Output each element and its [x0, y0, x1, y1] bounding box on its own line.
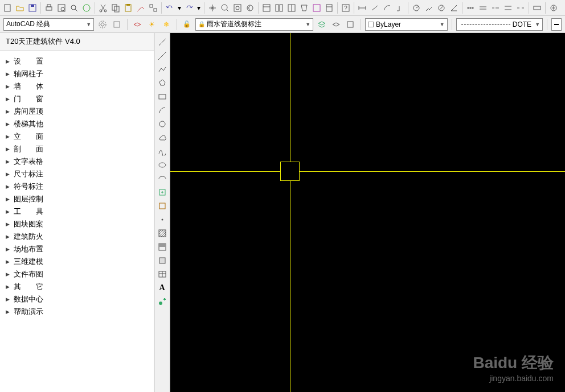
tree-item-3[interactable]: ▶门 窗	[2, 93, 152, 105]
line-icon[interactable]	[156, 36, 169, 48]
match-icon[interactable]	[135, 2, 146, 14]
tree-item-2[interactable]: ▶墙 体	[2, 80, 152, 93]
workspace-dropdown[interactable]: AutoCAD 经典 ▼	[3, 18, 94, 31]
tool-palette-icon[interactable]	[286, 2, 297, 14]
pan-icon[interactable]	[207, 2, 218, 14]
polyline-icon[interactable]	[156, 63, 169, 76]
find-icon[interactable]	[68, 2, 80, 14]
layer-name-dropdown[interactable]: ByLayer ▼	[365, 18, 448, 31]
gear-icon[interactable]	[97, 19, 108, 30]
batch-icon[interactable]	[148, 2, 159, 14]
redo-icon[interactable]	[183, 2, 195, 14]
calc-icon[interactable]	[324, 2, 335, 14]
ellipse-arc-icon[interactable]	[156, 172, 169, 185]
hatch-icon[interactable]	[156, 227, 169, 240]
sheet-set-icon[interactable]	[298, 2, 310, 14]
zoom-window-icon[interactable]	[232, 2, 243, 14]
svg-line-63	[158, 52, 166, 60]
polygon-icon[interactable]	[156, 77, 169, 89]
tree-item-12[interactable]: ▶工 具	[2, 205, 152, 218]
revcloud-icon[interactable]	[156, 131, 169, 144]
tree-item-0[interactable]: ▶设 置	[2, 55, 152, 68]
region-icon[interactable]	[156, 254, 169, 267]
mtext-icon[interactable]: A	[156, 282, 169, 294]
drawing-canvas[interactable]: Baidu 经验 jingyan.baidu.com	[170, 33, 565, 392]
freeze-icon[interactable]: ❄	[161, 19, 171, 30]
save-icon[interactable]	[27, 2, 38, 14]
paste-icon[interactable]	[122, 2, 134, 14]
new-icon[interactable]	[2, 2, 13, 14]
markup-icon[interactable]	[311, 2, 322, 14]
tree-item-4[interactable]: ▶房间屋顶	[2, 105, 152, 118]
redo-dd-icon[interactable]: ▾	[196, 2, 202, 14]
dim-quick-icon[interactable]	[465, 2, 476, 14]
zoom-icon[interactable]	[219, 2, 231, 14]
cut-icon[interactable]	[97, 2, 109, 14]
add-selected-icon[interactable]	[156, 295, 169, 308]
workspace-save-icon[interactable]	[111, 19, 122, 30]
open-icon[interactable]	[14, 2, 26, 14]
dim-diameter-icon[interactable]	[436, 2, 447, 14]
dim-space-icon[interactable]	[502, 2, 514, 14]
dim-arc-icon[interactable]	[382, 2, 393, 14]
make-block-icon[interactable]	[156, 200, 169, 212]
tree-item-20[interactable]: ▶帮助演示	[2, 306, 152, 318]
circle-icon[interactable]	[156, 118, 169, 130]
svg-text:?: ?	[344, 5, 347, 11]
dim-radius-icon[interactable]	[411, 2, 422, 14]
tree-item-9[interactable]: ▶尺寸标注	[2, 168, 152, 180]
lock-icon[interactable]: 🔓	[182, 19, 193, 30]
tree-item-6[interactable]: ▶立 面	[2, 130, 152, 143]
dim-continue-icon[interactable]	[490, 2, 501, 14]
tree-item-13[interactable]: ▶图块图案	[2, 218, 152, 230]
undo-dd-icon[interactable]: ▾	[177, 2, 182, 14]
tree-item-18[interactable]: ▶其 它	[2, 280, 152, 293]
dim-linear-icon[interactable]	[357, 2, 368, 14]
tree-item-14[interactable]: ▶建筑防火	[2, 230, 152, 243]
layer-iso-icon[interactable]	[330, 19, 341, 30]
dim-baseline-icon[interactable]	[477, 2, 489, 14]
tolerance-icon[interactable]	[531, 2, 543, 14]
design-center-icon[interactable]	[273, 2, 285, 14]
table-icon[interactable]	[156, 268, 169, 280]
dim-jog-icon[interactable]	[423, 2, 435, 14]
gradient-icon[interactable]	[156, 241, 169, 253]
undo-icon[interactable]	[164, 2, 175, 14]
tree-item-7[interactable]: ▶剖 面	[2, 143, 152, 155]
tree-item-1[interactable]: ▶轴网柱子	[2, 68, 152, 80]
arc-icon[interactable]	[156, 104, 169, 117]
layer-props-icon[interactable]	[132, 19, 143, 30]
linetype-dropdown[interactable]: DOTE ▼	[456, 18, 543, 31]
help-icon[interactable]: ?	[340, 2, 351, 14]
dim-ord-icon[interactable]	[394, 2, 406, 14]
tree-item-10[interactable]: ▶符号标注	[2, 180, 152, 193]
tree-item-11[interactable]: ▶图层控制	[2, 193, 152, 205]
tree-item-19[interactable]: ▶数据中心	[2, 293, 152, 306]
ellipse-icon[interactable]	[156, 159, 169, 171]
dim-break-icon[interactable]	[515, 2, 526, 14]
tree-item-5[interactable]: ▶楼梯其他	[2, 118, 152, 130]
tree-item-17[interactable]: ▶文件布图	[2, 268, 152, 280]
dim-angular-icon[interactable]	[448, 2, 460, 14]
print-icon[interactable]	[43, 2, 55, 14]
tree-item-15[interactable]: ▶场地布置	[2, 243, 152, 255]
layer-prev-icon[interactable]	[345, 19, 356, 30]
print-preview-icon[interactable]	[56, 2, 67, 14]
publish-icon[interactable]	[81, 2, 92, 14]
center-mark-icon[interactable]	[548, 2, 559, 14]
spline-icon[interactable]	[156, 145, 169, 158]
tree-item-8[interactable]: ▶文字表格	[2, 155, 152, 168]
lineweight-dropdown[interactable]	[551, 18, 562, 31]
insert-block-icon[interactable]	[156, 186, 169, 199]
copy-icon[interactable]	[110, 2, 121, 14]
sun-icon[interactable]: ☀	[146, 19, 157, 30]
construction-line-icon[interactable]	[156, 49, 169, 62]
point-icon[interactable]	[156, 213, 169, 226]
layer-states-icon[interactable]	[316, 19, 327, 30]
zoom-prev-icon[interactable]	[244, 2, 256, 14]
tree-item-16[interactable]: ▶三维建模	[2, 255, 152, 268]
rectangle-icon[interactable]	[156, 90, 169, 103]
properties-icon[interactable]	[261, 2, 272, 14]
dim-aligned-icon[interactable]	[369, 2, 380, 14]
layer-dropdown[interactable]: 🔒 雨水管道线侧标注 ▼	[195, 18, 313, 31]
